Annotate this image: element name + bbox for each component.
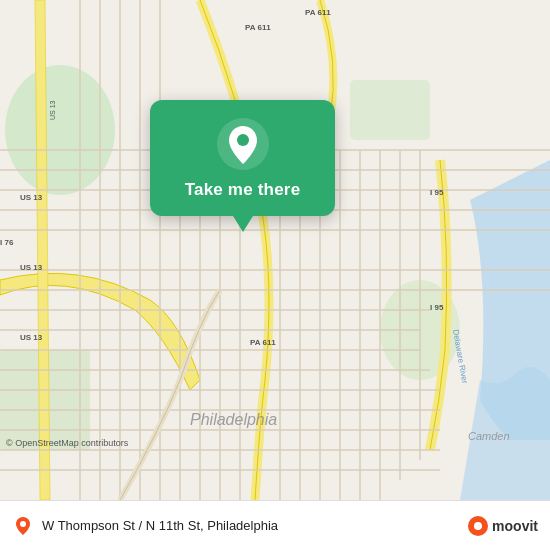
svg-text:US 13: US 13 xyxy=(49,100,56,120)
svg-point-52 xyxy=(237,134,249,146)
svg-text:US 13: US 13 xyxy=(20,333,43,342)
popup-card[interactable]: Take me there xyxy=(150,100,335,216)
moovit-text: moovit xyxy=(492,518,538,534)
osm-credit: © OpenStreetMap contributors xyxy=(6,438,128,448)
svg-text:I 95: I 95 xyxy=(430,188,444,197)
svg-point-1 xyxy=(5,65,115,195)
bottom-bar: W Thompson St / N 11th St, Philadelphia … xyxy=(0,500,550,550)
map-svg: US 13 US 13 US 13 US 13 PA 611 PA 611 PA… xyxy=(0,0,550,500)
moovit-dot-inner xyxy=(474,522,482,530)
svg-text:I 76: I 76 xyxy=(0,238,14,247)
map-container: US 13 US 13 US 13 US 13 PA 611 PA 611 PA… xyxy=(0,0,550,500)
svg-text:US 13: US 13 xyxy=(20,263,43,272)
bottom-location-icon xyxy=(12,515,34,537)
svg-rect-2 xyxy=(350,80,430,140)
svg-text:PA 611: PA 611 xyxy=(305,8,331,17)
svg-text:PA 611: PA 611 xyxy=(250,338,276,347)
location-pin-icon xyxy=(217,118,269,170)
svg-text:PA 611: PA 611 xyxy=(245,23,271,32)
svg-text:Philadelphia: Philadelphia xyxy=(190,411,277,428)
moovit-dot xyxy=(468,516,488,536)
svg-text:I 95: I 95 xyxy=(430,303,444,312)
moovit-logo: moovit xyxy=(468,516,538,536)
bottom-address: W Thompson St / N 11th St, Philadelphia xyxy=(42,518,460,533)
svg-point-53 xyxy=(20,521,26,527)
popup-label: Take me there xyxy=(185,180,301,200)
svg-text:Camden: Camden xyxy=(468,430,510,442)
svg-text:US 13: US 13 xyxy=(20,193,43,202)
